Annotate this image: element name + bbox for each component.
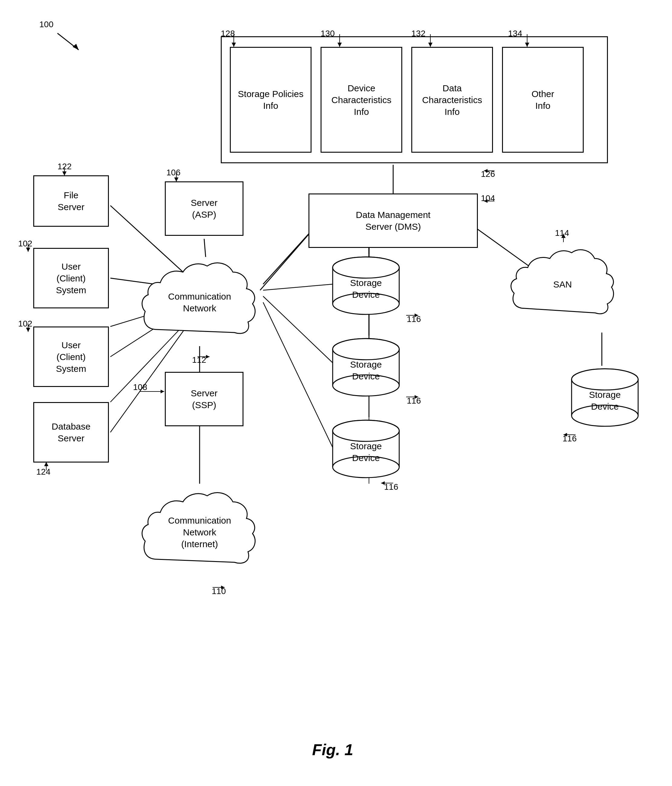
server-ssp-box: Server(SSP) [165, 372, 244, 426]
svg-marker-38 [26, 248, 30, 252]
svg-point-66 [333, 339, 399, 360]
arrow-100 [54, 30, 85, 54]
ref-132: 132 [411, 29, 425, 38]
database-server-label: DatabaseServer [52, 421, 90, 444]
svg-marker-30 [525, 42, 529, 47]
comm-network-cloud: CommunicationNetwork [139, 251, 260, 354]
data-char-label: DataCharacteristicsInfo [422, 82, 482, 118]
storage-policies-label: Storage Policies Info [231, 88, 311, 112]
arrow-108 [138, 387, 166, 396]
svg-marker-24 [232, 42, 236, 47]
svg-marker-26 [337, 42, 342, 47]
server-ssp-label: Server(SSP) [191, 387, 217, 411]
svg-marker-68 [415, 395, 418, 399]
svg-marker-44 [174, 178, 178, 182]
arrow-116-2 [404, 392, 420, 401]
user-client-1-box: User(Client)System [33, 248, 109, 308]
user-client-1-label: User(Client)System [56, 261, 86, 296]
san-cloud: SAN [508, 239, 617, 330]
san-label: SAN [553, 278, 572, 290]
ref-134: 134 [508, 29, 522, 38]
svg-point-74 [333, 420, 399, 442]
ref-100: 100 [39, 20, 54, 29]
storage-device-2-label: StorageDevice [350, 358, 382, 382]
storage-device-4: StorageDevice [565, 363, 644, 429]
svg-marker-34 [484, 199, 488, 203]
svg-marker-22 [72, 44, 79, 50]
arrow-132 [426, 34, 435, 48]
arrow-130 [335, 34, 344, 48]
arrow-116-4 [562, 430, 577, 439]
user-client-2-box: User(Client)System [33, 327, 109, 387]
file-server-box: FileServer [33, 175, 109, 227]
dms-label: Data ManagementServer (DMS) [356, 209, 431, 233]
comm-network-label: CommunicationNetwork [168, 291, 231, 314]
arrow-110 [211, 583, 226, 592]
file-server-label: FileServer [58, 189, 84, 213]
svg-line-19 [263, 296, 333, 363]
storage-device-2: StorageDevice [327, 333, 405, 399]
storage-device-1: StorageDevice [327, 251, 405, 318]
svg-marker-52 [561, 234, 565, 238]
svg-marker-60 [415, 313, 418, 317]
svg-marker-76 [381, 481, 385, 485]
arrow-124 [39, 462, 54, 471]
arrow-126 [481, 166, 496, 175]
svg-marker-36 [62, 171, 66, 176]
arrow-122 [57, 167, 72, 176]
ref-130: 130 [321, 29, 335, 38]
svg-marker-84 [563, 433, 567, 437]
arrow-116-3 [379, 479, 395, 487]
database-server-box: DatabaseServer [33, 402, 109, 462]
other-info-box: OtherInfo [502, 47, 584, 152]
arrow-106 [172, 173, 181, 182]
device-char-label: DeviceCharacteristicsInfo [332, 82, 391, 118]
arrow-112 [196, 352, 211, 361]
svg-marker-46 [161, 390, 164, 393]
comm-network-internet-label: CommunicationNetwork(Internet) [168, 514, 231, 550]
dms-box: Data ManagementServer (DMS) [308, 193, 478, 248]
other-info-label: OtherInfo [531, 88, 554, 112]
svg-marker-48 [206, 355, 209, 358]
server-asp-box: Server(ASP) [165, 181, 244, 236]
storage-device-1-label: StorageDevice [350, 277, 382, 300]
comm-network-internet-cloud: CommunicationNetwork(Internet) [139, 481, 260, 583]
svg-point-58 [333, 257, 399, 278]
user-client-2-label: User(Client)System [56, 339, 86, 374]
svg-marker-32 [484, 169, 488, 173]
svg-marker-42 [44, 462, 49, 466]
arrow-114 [559, 234, 568, 243]
arrow-104 [481, 196, 496, 206]
svg-marker-50 [221, 586, 225, 589]
device-char-box: DeviceCharacteristicsInfo [321, 47, 402, 152]
arrow-134 [522, 34, 532, 48]
svg-marker-40 [26, 328, 30, 332]
storage-device-3: StorageDevice [327, 414, 405, 481]
svg-marker-28 [428, 42, 433, 47]
storage-device-3-label: StorageDevice [350, 440, 382, 464]
server-asp-label: Server(ASP) [191, 197, 217, 220]
diagram: 100 Storage Policies Info 128 DeviceChar… [0, 0, 672, 786]
arrow-102-1 [20, 244, 36, 252]
arrow-116-1 [404, 311, 420, 320]
svg-line-20 [263, 302, 333, 447]
figure-label: Fig. 1 [257, 740, 408, 759]
storage-device-4-label: StorageDevice [589, 389, 621, 412]
data-char-box: DataCharacteristicsInfo [411, 47, 493, 152]
svg-point-82 [571, 369, 638, 390]
arrow-102-2 [20, 324, 36, 333]
arrow-128 [229, 34, 238, 48]
svg-line-18 [263, 284, 333, 290]
storage-policies-box: Storage Policies Info [230, 47, 312, 152]
